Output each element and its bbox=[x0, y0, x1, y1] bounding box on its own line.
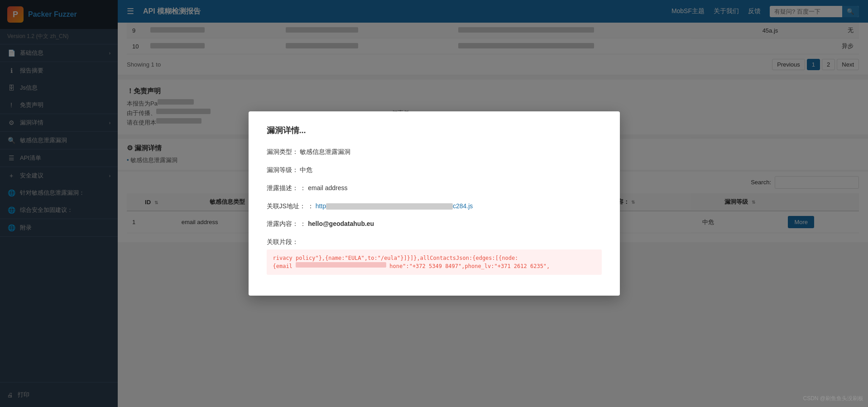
modal-code-line-2: {email hone":"+372 5349 8497",phone_lv:"… bbox=[273, 262, 595, 270]
modal-vuln-type-value: 敏感信息泄露漏洞 bbox=[300, 148, 350, 155]
modal-leak-content: 泄露内容： ： hello@geodatahub.eu bbox=[267, 219, 602, 230]
modal-related-frag: 关联片段： rivacy policy"},{name:"EULA",to:"/… bbox=[267, 237, 602, 275]
modal-code-line-1: rivacy policy"},{name:"EULA",to:"/eula"}… bbox=[273, 254, 595, 262]
modal-box: 漏洞详情... 漏洞类型： 敏感信息泄露漏洞 漏洞等级： 中危 泄露描述： ： … bbox=[249, 111, 620, 296]
modal-js-addr: 关联JS地址： ： http c284.js bbox=[267, 201, 602, 212]
modal-code-block: rivacy policy"},{name:"EULA",to:"/eula"}… bbox=[267, 249, 602, 275]
modal-leak-desc: 泄露描述： ： email address bbox=[267, 183, 602, 194]
modal-vuln-level-value: 中危 bbox=[300, 166, 312, 173]
modal-js-addr-link[interactable]: http c284.js bbox=[316, 202, 473, 210]
modal-overlay[interactable]: 漏洞详情... 漏洞类型： 敏感信息泄露漏洞 漏洞等级： 中危 泄露描述： ： … bbox=[0, 0, 868, 407]
blurred-code bbox=[296, 262, 386, 268]
modal-vuln-level: 漏洞等级： 中危 bbox=[267, 165, 602, 176]
modal-vuln-type: 漏洞类型： 敏感信息泄露漏洞 bbox=[267, 147, 602, 158]
modal-leak-content-value: hello@geodatahub.eu bbox=[308, 220, 374, 227]
modal-leak-desc-value: email address bbox=[308, 184, 347, 192]
watermark: CSDN @刷鱼鱼头没刷板 bbox=[803, 395, 863, 402]
modal-title: 漏洞详情... bbox=[267, 125, 602, 136]
blurred-js-url bbox=[326, 203, 453, 210]
